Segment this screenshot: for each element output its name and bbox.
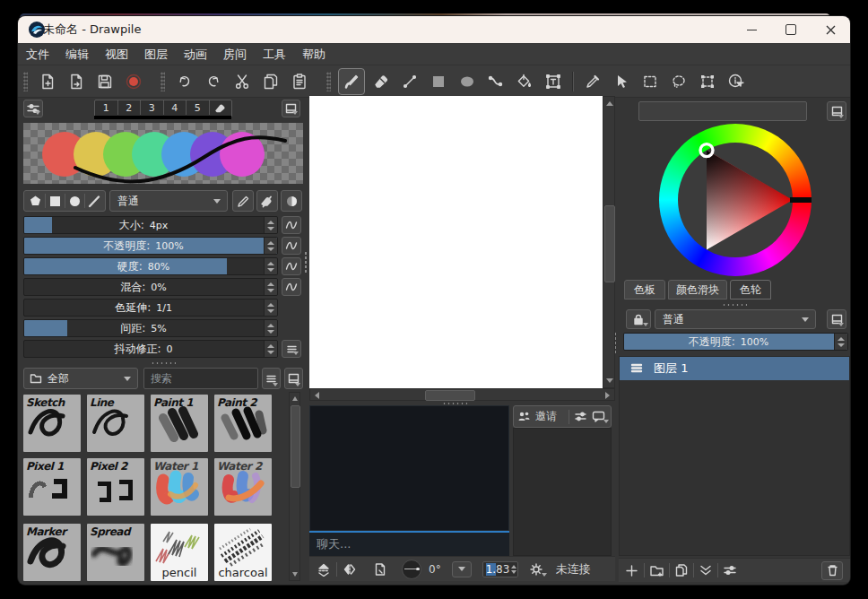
save-button[interactable]	[92, 69, 117, 94]
menu-tools[interactable]: 工具	[255, 44, 294, 65]
brush-preset-paint1[interactable]: Paint 1	[151, 395, 208, 452]
transform-tool-button[interactable]	[695, 69, 720, 94]
dock-splitter-handle[interactable]	[151, 361, 176, 365]
layer-blend-mode-dropdown[interactable]: 普通	[655, 309, 816, 329]
scroll-up-arrow[interactable]	[606, 101, 613, 106]
brush-slot-3[interactable]: 3	[141, 100, 164, 115]
toolbar-drag-handle[interactable]	[326, 72, 331, 91]
preset-dock-float-button[interactable]	[284, 368, 303, 389]
brush-spacing-slider[interactable]: 间距:5%	[23, 319, 278, 337]
stabilizer-menu-button[interactable]	[282, 340, 301, 358]
open-document-button[interactable]	[64, 69, 89, 94]
chat-options-button[interactable]	[592, 411, 606, 422]
session-settings-icon[interactable]	[574, 411, 587, 422]
user-list[interactable]	[513, 428, 612, 556]
delete-layer-button[interactable]	[821, 561, 843, 580]
slider-spinbox[interactable]	[264, 238, 277, 254]
left-dock-splitter[interactable]	[304, 251, 308, 274]
cut-button[interactable]	[230, 69, 255, 94]
menu-edit[interactable]: 编辑	[57, 44, 97, 65]
brush-tool-button[interactable]	[338, 68, 365, 95]
brush-slot-2[interactable]: 2	[118, 100, 142, 115]
slider-spinbox[interactable]	[264, 258, 277, 274]
selection-arrow-tool-button[interactable]	[609, 69, 634, 94]
slider-spinbox[interactable]	[264, 217, 277, 233]
redo-button[interactable]	[201, 69, 226, 94]
brush-stabilizer-slider[interactable]: 抖动修正:0	[23, 340, 278, 358]
brush-mode-erase-button[interactable]	[256, 190, 278, 212]
slider-spinbox[interactable]	[264, 279, 277, 295]
fill-tool-button[interactable]	[512, 69, 537, 94]
layer-properties-button[interactable]	[723, 564, 737, 577]
slider-spinbox[interactable]	[834, 334, 847, 350]
hardness-curve-button[interactable]	[282, 257, 301, 275]
brush-mode-smudge-button[interactable]	[281, 190, 302, 212]
brush-preset-charcoal[interactable]: charcoal	[214, 524, 272, 581]
size-curve-button[interactable]	[282, 216, 301, 234]
brush-slot-5[interactable]: 5	[187, 100, 210, 115]
zoom-spin-arrows[interactable]	[511, 562, 516, 577]
scroll-down-arrow[interactable]	[292, 572, 298, 577]
brush-slot-1[interactable]: 1	[95, 100, 118, 115]
add-group-button[interactable]	[649, 564, 664, 577]
brush-preset-paint2[interactable]: Paint 2	[214, 395, 272, 452]
rotation-dial[interactable]	[402, 560, 421, 579]
layer-lock-button[interactable]	[626, 309, 651, 329]
menu-file[interactable]: 文件	[18, 44, 57, 65]
layer-opacity-slider[interactable]: 不透明度:100%	[623, 333, 848, 351]
slider-spinbox[interactable]	[264, 300, 277, 316]
brush-size-slider[interactable]: 大小:4px	[23, 216, 278, 234]
lasso-select-tool-button[interactable]	[666, 69, 691, 94]
tab-color-wheel[interactable]: 色轮	[730, 280, 771, 300]
line-tool-button[interactable]	[397, 69, 422, 94]
eraser-slot[interactable]	[210, 100, 232, 115]
canvas[interactable]	[309, 96, 603, 388]
brush-settings-button[interactable]	[23, 100, 43, 117]
flip-horizontal-button[interactable]	[343, 562, 357, 577]
brush-smudging-slider[interactable]: 混合:0%	[23, 278, 278, 296]
brush-preset-water1[interactable]: Water 1	[151, 458, 208, 516]
minimize-button[interactable]	[732, 16, 771, 43]
scrollbar-thumb[interactable]	[425, 390, 475, 401]
menu-view[interactable]: 视图	[97, 44, 136, 65]
opacity-curve-button[interactable]	[282, 237, 301, 255]
brush-preset-spread[interactable]: Spread	[87, 524, 144, 581]
slider-spinbox[interactable]	[264, 341, 277, 357]
rectangle-select-tool-button[interactable]	[638, 69, 663, 94]
brush-shape-blob-icon[interactable]	[29, 195, 42, 208]
smudging-curve-button[interactable]	[282, 278, 301, 296]
color-dock-float-button[interactable]	[827, 101, 846, 121]
preset-menu-button[interactable]	[262, 368, 281, 389]
scrollbar-thumb[interactable]	[291, 405, 300, 488]
bezier-tool-button[interactable]	[483, 69, 508, 94]
menu-help[interactable]: 帮助	[294, 44, 334, 65]
menu-layer[interactable]: 图层	[136, 44, 176, 65]
maximize-button[interactable]	[771, 16, 811, 43]
new-document-button[interactable]	[35, 69, 60, 94]
zoom-spinbox[interactable]: 1.83	[482, 561, 518, 577]
inspector-tool-button[interactable]	[724, 69, 749, 94]
rotation-dropdown-button[interactable]	[452, 561, 472, 577]
color-name-input[interactable]	[638, 101, 807, 121]
brush-preset-sketch[interactable]: Sketch	[23, 395, 81, 452]
layer-dock-float-button[interactable]	[827, 309, 846, 329]
flip-vertical-button[interactable]	[317, 562, 331, 577]
rectangle-tool-button[interactable]	[426, 69, 451, 94]
brush-color-pickup-slider[interactable]: 色延伸:1/1	[23, 299, 278, 317]
view-settings-button[interactable]	[529, 562, 543, 577]
brush-shape-round-icon[interactable]	[68, 195, 82, 208]
brush-slot-4[interactable]: 4	[164, 100, 187, 115]
brush-blend-mode-dropdown[interactable]: 普通	[109, 190, 228, 212]
slider-spinbox[interactable]	[264, 320, 277, 336]
record-session-button[interactable]	[121, 69, 146, 94]
invite-button[interactable]: 邀请	[535, 409, 557, 424]
brush-shape-square-icon[interactable]	[48, 195, 62, 208]
undo-button[interactable]	[172, 69, 197, 94]
brush-preset-pixel1[interactable]: Pixel 1	[23, 458, 81, 516]
toolbar-drag-handle[interactable]	[23, 72, 28, 91]
canvas-horizontal-scrollbar[interactable]	[309, 388, 615, 401]
brush-preset-marker[interactable]: Marker	[23, 524, 81, 581]
eraser-tool-button[interactable]	[369, 69, 394, 94]
color-wheel[interactable]	[659, 124, 812, 276]
ellipse-tool-button[interactable]	[455, 69, 480, 94]
